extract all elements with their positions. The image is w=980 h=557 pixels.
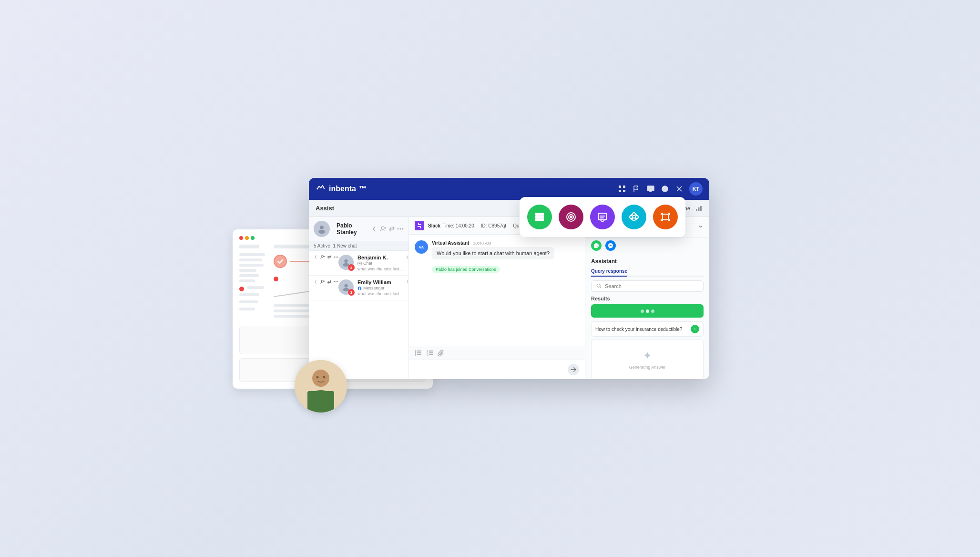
svg-point-42 (415, 354, 417, 356)
va-avatar: VA (415, 240, 428, 254)
chat-header-left: Slack (415, 221, 440, 230)
arrow-left-icon[interactable] (371, 226, 378, 232)
message-time-va: 10:48 AM (473, 241, 491, 246)
monitor-icon[interactable] (646, 185, 655, 193)
help-icon[interactable] (661, 185, 669, 193)
emily-name: Emily William (357, 279, 406, 285)
svg-rect-9 (619, 190, 621, 192)
benjamin-preview: what was the cost last mess... (357, 267, 406, 271)
chat-time-info: Time: 14:00:20 (442, 223, 474, 228)
loading-dots (641, 309, 654, 313)
message-bubble-va: Would you like to start a chat with huma… (432, 247, 554, 259)
send-button[interactable] (568, 364, 579, 375)
ordered-list-icon[interactable]: 1.2.3. (426, 349, 434, 357)
app-icon-target[interactable] (559, 205, 583, 229)
svg-point-22 (400, 228, 401, 230)
chat-sidebar: Pablo Stanley 5 Active, 1 New chat (309, 217, 409, 379)
page-title: Assist (316, 205, 334, 212)
stats-icon[interactable] (695, 205, 703, 212)
benjamin-channel: Chat (357, 261, 406, 266)
tab-query-response[interactable]: Query response (591, 267, 627, 277)
close-icon[interactable] (675, 185, 684, 193)
main-area: Pablo Stanley 5 Active, 1 New chat (309, 217, 709, 379)
whatsapp-icon[interactable] (591, 240, 602, 251)
result-arrow-button[interactable]: › (691, 325, 699, 333)
flag-icon[interactable] (632, 185, 641, 193)
add-user-icon[interactable] (380, 226, 387, 232)
svg-text:3.: 3. (427, 353, 429, 356)
app-icon-message[interactable] (590, 205, 615, 229)
dot-2 (646, 309, 649, 313)
svg-point-40 (415, 352, 417, 354)
search-input[interactable] (605, 283, 698, 289)
svg-rect-60 (538, 213, 541, 216)
message-row-va: VA Virtual Assistant 10:48 AM Would you … (415, 240, 579, 273)
loading-result (591, 304, 704, 318)
grid-icon[interactable] (618, 185, 626, 193)
message-header-va: Virtual Assistant 10:48 AM (432, 240, 579, 246)
chat-input-field[interactable] (409, 360, 585, 379)
generating-area: ✦ Generating Answer (591, 340, 704, 379)
svg-rect-11 (647, 186, 654, 191)
messenger-icon[interactable] (605, 240, 616, 251)
assistant-label: Assistant (591, 258, 704, 265)
svg-rect-49 (429, 354, 433, 355)
benjamin-badge: 3 (348, 264, 355, 271)
svg-point-24 (321, 255, 323, 257)
benjamin-avatar: 3 (338, 255, 354, 270)
more-icon[interactable] (397, 226, 404, 232)
svg-point-31 (321, 280, 323, 282)
svg-rect-59 (541, 218, 544, 221)
svg-rect-3 (307, 391, 334, 413)
svg-point-1 (312, 370, 329, 387)
active-user-avatar (314, 221, 330, 237)
svg-point-19 (318, 230, 325, 234)
chat-item-benjamin[interactable]: 3 Benjamin K. Chat what was the cost las… (309, 251, 408, 276)
svg-rect-47 (429, 352, 433, 353)
svg-point-6 (316, 188, 318, 190)
svg-point-20 (381, 227, 384, 229)
transfer-icon[interactable] (388, 226, 395, 232)
svg-rect-56 (535, 213, 538, 216)
svg-point-50 (597, 284, 600, 287)
svg-rect-15 (696, 209, 697, 211)
svg-point-25 (334, 257, 335, 258)
unordered-list-icon[interactable] (415, 349, 422, 357)
svg-point-23 (402, 228, 404, 230)
app-logo: inbenta™ (316, 184, 367, 194)
svg-point-67 (570, 216, 572, 218)
results-label: Results (591, 296, 704, 301)
chat-item-emily[interactable]: 3 Emily William Messenger what was the c… (309, 276, 408, 300)
user-avatar[interactable]: KT (689, 182, 703, 196)
svg-rect-16 (698, 207, 700, 211)
slack-icon (415, 221, 424, 230)
svg-point-4 (316, 376, 319, 379)
app-icon-frame[interactable] (653, 205, 678, 229)
user-action-icons (371, 226, 404, 232)
svg-rect-41 (417, 352, 421, 353)
chat-messages: VA Virtual Assistant 10:48 AM Would you … (409, 235, 585, 346)
panel-toggle[interactable] (698, 223, 704, 231)
svg-rect-64 (538, 218, 541, 221)
svg-rect-39 (417, 351, 421, 351)
result-item-insurance[interactable]: How to check your insurance deductible? … (591, 321, 704, 337)
sparkle-icon: ✦ (601, 350, 694, 362)
app-icon-plus-circle[interactable] (622, 205, 646, 229)
active-user-name: Pablo Stanley (337, 222, 371, 236)
assistant-tabs: Query response (591, 267, 704, 277)
app-icon-grid[interactable] (527, 205, 552, 229)
dot-3 (651, 309, 654, 313)
svg-point-21 (398, 228, 399, 230)
svg-point-71 (635, 216, 638, 218)
svg-rect-58 (535, 218, 538, 221)
svg-rect-43 (417, 354, 421, 355)
svg-rect-8 (623, 186, 625, 188)
active-count: 5 Active, 1 New chat (309, 241, 408, 251)
assistant-section: Assistant Query response Results (585, 254, 709, 379)
attachment-icon[interactable] (438, 349, 445, 357)
svg-point-35 (344, 284, 347, 288)
chat-toolbar: 1.2.3. (409, 346, 585, 360)
svg-point-26 (336, 257, 337, 258)
right-panel: Pablo Stanley example@example.com (585, 217, 709, 379)
app-icons-popup (520, 197, 685, 237)
